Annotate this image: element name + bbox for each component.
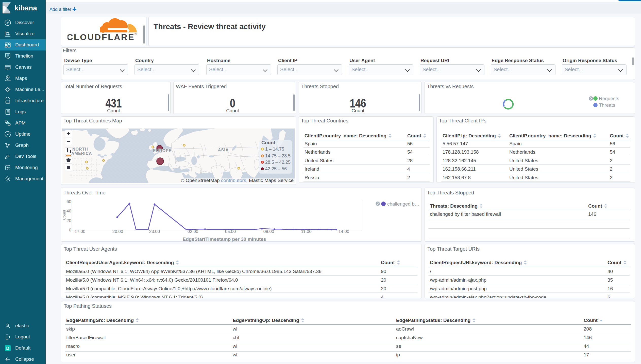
svg-text:1 – 14.75: 1 – 14.75 — [265, 147, 284, 152]
svg-text:Count: Count — [63, 210, 66, 220]
svg-text:14.75 – 28.5: 14.75 – 28.5 — [265, 153, 291, 158]
svg-text:42.25 – 56: 42.25 – 56 — [265, 166, 287, 171]
svg-text:Count: Count — [261, 140, 276, 145]
svg-text:14:00: 14:00 — [339, 229, 349, 234]
svg-text:ASIA: ASIA — [218, 148, 229, 152]
svg-text:17:00: 17:00 — [75, 229, 86, 234]
svg-text:AMERICA: AMERICA — [71, 151, 92, 156]
svg-text:23:00: 23:00 — [149, 229, 160, 234]
svg-text:EdgeStartTimestamp per 30 minu: EdgeStartTimestamp per 30 minutes — [182, 236, 266, 242]
svg-text:CLOUDFLARE: CLOUDFLARE — [68, 32, 135, 42]
svg-text:NORTH: NORTH — [72, 147, 88, 151]
svg-text:© OpenStreetMap contributors,: © OpenStreetMap contributors, Elastic Ma… — [181, 178, 294, 183]
svg-text:20:00: 20:00 — [112, 229, 123, 234]
svg-text:05:00: 05:00 — [225, 229, 236, 234]
svg-text:60: 60 — [66, 199, 71, 204]
svg-text:28.5 – 42.25: 28.5 – 42.25 — [265, 160, 291, 165]
svg-text:20: 20 — [66, 218, 71, 223]
svg-text:®: ® — [134, 32, 137, 35]
svg-text:0: 0 — [69, 228, 71, 232]
svg-text:EUROPE: EUROPE — [153, 149, 172, 153]
svg-text:D: D — [6, 346, 9, 351]
svg-text:40: 40 — [66, 209, 71, 213]
svg-text:08:00: 08:00 — [263, 229, 274, 234]
